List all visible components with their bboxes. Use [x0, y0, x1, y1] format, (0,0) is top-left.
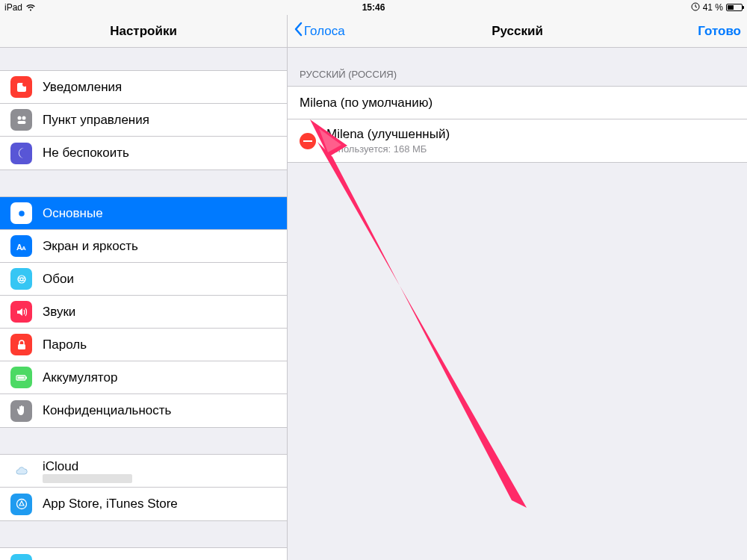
sidebar-item-display[interactable]: AA Экран и яркость	[0, 230, 287, 263]
sidebar-item-appstore[interactable]: App Store, iTunes Store	[0, 488, 287, 520]
sidebar-item-label: Конфиденциальность	[43, 403, 171, 418]
orientation-lock-icon	[691, 2, 700, 13]
sidebar-item-partial[interactable]	[0, 548, 287, 560]
device-label: iPad	[4, 2, 22, 13]
sidebar-item-label: Аккумулятор	[43, 370, 117, 385]
sidebar-item-label: Обои	[43, 272, 74, 287]
battery-percent: 41 %	[703, 2, 723, 13]
voice-subtitle: Используется: 168 МБ	[326, 143, 450, 155]
svg-point-18	[20, 278, 23, 281]
minus-icon	[303, 140, 312, 142]
voice-title: Milena (улучшенный)	[326, 127, 450, 142]
hand-icon	[10, 400, 32, 422]
icloud-account-redacted	[43, 474, 132, 483]
notifications-icon	[10, 76, 32, 98]
svg-point-19	[18, 278, 25, 281]
settings-sidebar: Настройки Уведомления Пункт управления	[0, 15, 288, 560]
moon-icon	[10, 143, 32, 164]
sidebar-group-4-partial	[0, 547, 287, 560]
detail-pane: Голоса Русский Готово РУССКИЙ (РОССИЯ) M…	[288, 15, 747, 560]
sidebar-item-label: Пароль	[43, 337, 87, 352]
svg-rect-20	[18, 344, 25, 349]
sidebar-group-1: Уведомления Пункт управления Не беспокои…	[0, 70, 287, 170]
sidebar-item-label: Пункт управления	[43, 113, 149, 128]
sidebar-item-notifications[interactable]: Уведомления	[0, 71, 287, 104]
sidebar-item-wallpaper[interactable]: Обои	[0, 263, 287, 296]
sidebar-title: Настройки	[110, 24, 177, 39]
sidebar-group-3: iCloud App Store, iTunes Store	[0, 454, 287, 521]
svg-rect-23	[17, 376, 24, 379]
detail-navbar: Голоса Русский Готово	[288, 15, 747, 48]
battery-icon	[726, 4, 743, 11]
sidebar-item-label: Уведомления	[43, 80, 122, 95]
wifi-icon	[25, 4, 36, 11]
battery-icon	[10, 367, 32, 388]
svg-point-4	[22, 116, 25, 119]
back-label: Голоса	[304, 24, 345, 39]
sound-icon	[10, 301, 32, 323]
svg-line-14	[25, 209, 26, 211]
svg-line-13	[17, 217, 19, 218]
voice-row-default[interactable]: Milena (по умолчанию)	[288, 87, 747, 119]
gear-icon	[10, 202, 32, 224]
sidebar-item-battery[interactable]: Аккумулятор	[0, 361, 287, 394]
status-bar: iPad 15:46 41 %	[0, 0, 747, 15]
appstore-icon	[10, 494, 32, 515]
sidebar-item-sounds[interactable]: Звуки	[0, 296, 287, 329]
svg-text:A: A	[22, 245, 26, 252]
sidebar-item-privacy[interactable]: Конфиденциальность	[0, 394, 287, 427]
voices-list: Milena (по умолчанию) Milena (улучшенный…	[288, 86, 747, 163]
sidebar-item-label: Экран и яркость	[43, 239, 138, 254]
section-header: РУССКИЙ (РОССИЯ)	[288, 48, 747, 86]
svg-rect-22	[25, 376, 27, 379]
svg-point-3	[17, 116, 21, 119]
sidebar-group-2: Основные AA Экран и яркость Обои	[0, 196, 287, 428]
delete-voice-button[interactable]	[300, 133, 316, 149]
lock-icon	[10, 334, 32, 355]
back-button[interactable]: Голоса	[294, 22, 345, 40]
sidebar-item-control-center[interactable]: Пункт управления	[0, 104, 287, 137]
sidebar-item-icloud[interactable]: iCloud	[0, 455, 287, 488]
cloud-icon	[10, 460, 32, 482]
done-button[interactable]: Готово	[698, 24, 741, 39]
svg-point-6	[19, 211, 24, 216]
annotation-arrow	[303, 112, 564, 530]
text-size-icon: AA	[10, 235, 32, 257]
sidebar-item-label: Основные	[43, 206, 103, 221]
sidebar-item-general[interactable]: Основные	[0, 197, 287, 230]
svg-point-17	[18, 276, 25, 283]
sidebar-item-label: Звуки	[43, 305, 75, 320]
svg-line-11	[17, 209, 19, 211]
sidebar-item-label: iCloud	[43, 459, 132, 474]
voice-row-enhanced[interactable]: Milena (улучшенный) Используется: 168 МБ	[288, 119, 747, 162]
sidebar-item-do-not-disturb[interactable]: Не беспокоить	[0, 137, 287, 169]
clock: 15:46	[362, 2, 385, 13]
unknown-icon	[10, 554, 32, 561]
detail-title: Русский	[492, 24, 543, 39]
voice-title: Milena (по умолчанию)	[300, 96, 433, 111]
sidebar-item-label: App Store, iTunes Store	[43, 497, 178, 511]
svg-line-12	[25, 217, 26, 218]
sidebar-navbar: Настройки	[0, 15, 287, 48]
chevron-left-icon	[294, 22, 303, 40]
control-center-icon	[10, 109, 32, 131]
svg-rect-5	[17, 121, 25, 124]
svg-point-2	[22, 82, 27, 87]
sidebar-item-label: Не беспокоить	[43, 146, 129, 161]
sidebar-item-passcode[interactable]: Пароль	[0, 329, 287, 361]
wallpaper-icon	[10, 268, 32, 290]
